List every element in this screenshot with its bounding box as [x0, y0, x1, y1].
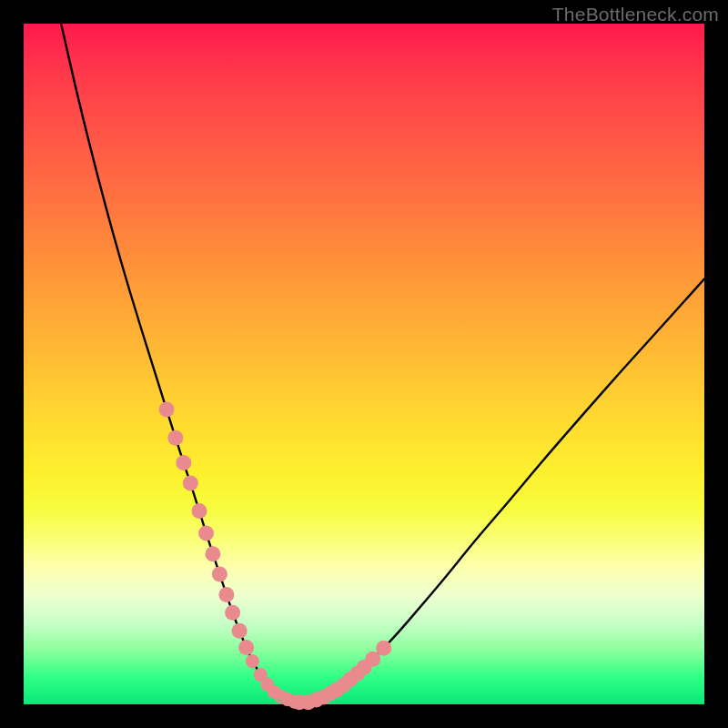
- curve-marker: [232, 623, 248, 639]
- curve-markers-left: [159, 402, 255, 655]
- curve-marker: [159, 402, 175, 418]
- curve-marker: [288, 695, 301, 709]
- curve-marker: [376, 641, 391, 656]
- curve-marker: [246, 654, 259, 668]
- curve-marker: [212, 567, 228, 582]
- curve-marker: [365, 652, 380, 667]
- curve-markers-right: [291, 641, 391, 711]
- chart-svg: [24, 24, 704, 704]
- curve-marker: [167, 430, 183, 446]
- curve-marker: [225, 605, 240, 621]
- chart-plot-area: [24, 24, 704, 704]
- curve-marker: [205, 546, 220, 561]
- curve-markers-bottom: [246, 654, 301, 709]
- curve-marker: [183, 475, 198, 490]
- bottleneck-curve: [61, 24, 704, 703]
- curve-marker: [176, 455, 191, 470]
- watermark-text: TheBottleneck.com: [552, 4, 719, 25]
- curve-marker: [238, 640, 254, 655]
- curve-marker: [192, 503, 207, 519]
- curve-marker: [198, 525, 214, 541]
- curve-marker: [218, 587, 234, 602]
